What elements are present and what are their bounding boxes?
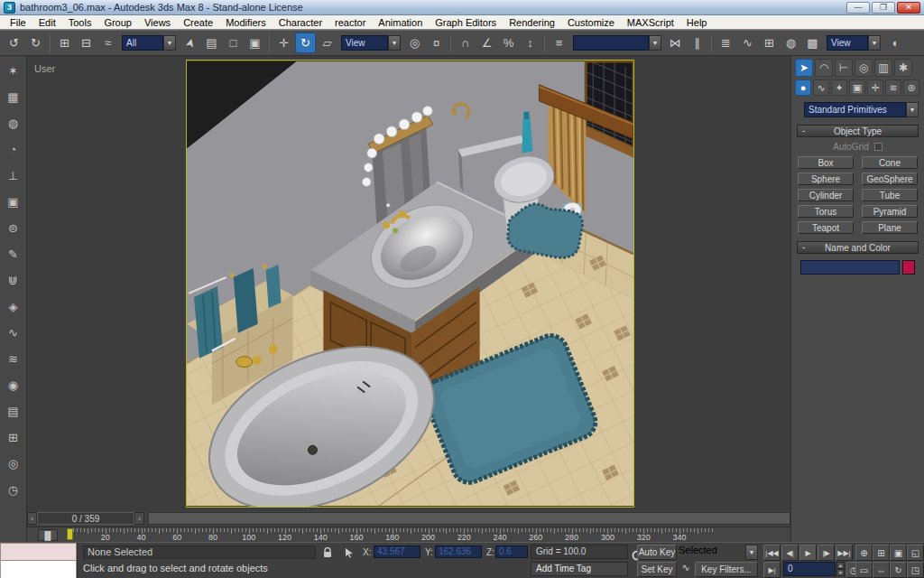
reactor-spring-icon[interactable]: ⊜ [4,219,23,238]
reactor-soft-body-collection-icon[interactable]: ◍ [4,114,23,133]
reactor-linear-dashpot-icon[interactable]: ✎ [4,245,23,264]
track-bar[interactable] [148,512,790,525]
min-max-toggle-button[interactable]: ◳ [907,562,924,578]
frame-forward-arrow[interactable]: › [134,512,144,525]
tab-create[interactable]: ➤ [795,59,813,77]
macro-recorder-pane[interactable] [0,543,77,561]
menu-modifiers[interactable]: Modifiers [219,17,273,28]
menu-customize[interactable]: Customize [561,17,621,28]
schematic-view-button[interactable]: ⊞ [759,33,780,53]
select-and-move-button[interactable]: ✛ [273,33,294,53]
subtab-helpers[interactable]: ✛ [867,79,883,96]
curve-editor-button[interactable]: ∿ [737,33,758,53]
chevron-down-icon[interactable]: ▼ [388,35,401,51]
render-type-dropdown[interactable]: View▼ [827,35,881,51]
key-filters-button[interactable]: Key Filters... [695,562,758,577]
chevron-down-icon[interactable]: ▼ [745,545,758,560]
create-geosphere-button[interactable]: GeoSphere [862,172,918,185]
set-key-curve-icon[interactable]: ∿ [679,562,693,576]
quick-render-button[interactable]: ◖ [884,33,905,53]
chevron-down-icon[interactable]: ▼ [163,35,176,51]
minimize-button[interactable]: — [846,2,870,14]
frame-spinner[interactable]: ▲▼ [836,562,845,576]
reactor-toy-car-icon[interactable]: ◉ [4,376,23,395]
play-animation-button[interactable]: ▶ [799,545,817,561]
object-color-swatch[interactable] [902,260,915,275]
name-and-color-rollout[interactable]: - Name and Color [797,241,919,254]
redo-button[interactable]: ↻ [25,33,46,53]
set-key-button[interactable]: Set Key [637,562,677,577]
zoom-extents-button[interactable]: ▣ [890,545,907,561]
chevron-down-icon[interactable]: ▼ [868,35,881,51]
use-pivot-point-center-button[interactable]: ◎ [404,33,425,53]
menu-tools[interactable]: Tools [62,17,98,28]
viewport-user[interactable]: User [27,56,790,510]
chevron-down-icon[interactable]: ▼ [906,102,919,117]
reactor-plane-icon[interactable]: ▣ [4,192,23,211]
absolute-offset-mode-icon[interactable] [341,545,357,559]
menu-rendering[interactable]: Rendering [503,17,561,28]
reactor-rope-collection-icon[interactable]: ◔ [4,140,23,159]
region-zoom-button[interactable]: ▭ [855,562,873,578]
tab-utilities[interactable]: ✱ [894,59,912,77]
previous-frame-button[interactable]: ◀| [781,545,799,561]
create-box-button[interactable]: Box [798,156,854,169]
menu-edit[interactable]: Edit [32,17,62,28]
reactor-angular-dashpot-icon[interactable]: ⋓ [4,271,23,290]
create-sphere-button[interactable]: Sphere [798,172,854,185]
reactor-fracture-icon[interactable]: ▤ [4,402,23,421]
tab-display[interactable]: ▥ [874,59,892,77]
menu-reactor[interactable]: reactor [328,17,372,28]
tab-motion[interactable]: ◎ [855,59,873,77]
create-cylinder-button[interactable]: Cylinder [798,189,854,201]
snaps-toggle-button[interactable]: ∩ [455,33,476,53]
render-scene-dialog-button[interactable]: ▩ [802,33,823,53]
restore-button[interactable]: ❐ [872,2,895,14]
create-plane-button[interactable]: Plane [862,221,918,234]
time-slider[interactable] [67,528,73,540]
reactor-wind-icon[interactable]: ∿ [4,323,23,342]
listener-pane[interactable] [0,561,77,578]
material-editor-button[interactable]: ◍ [781,33,801,53]
close-button[interactable]: ✕ [897,2,920,14]
menu-maxscript[interactable]: MAXScript [621,17,680,28]
select-and-rotate-button[interactable]: ↻ [295,33,316,53]
menu-views[interactable]: Views [138,17,177,28]
spinner-snap-toggle-button[interactable]: ↕ [520,33,541,53]
select-by-name-button[interactable]: ▤ [201,33,222,53]
chevron-down-icon[interactable]: ▼ [649,35,661,51]
x-coordinate-field[interactable]: 43.567 [374,545,420,558]
toilet-rug[interactable] [508,204,583,258]
menu-animation[interactable]: Animation [372,17,429,28]
select-object-button[interactable]: ➤ [180,33,200,53]
create-torus-button[interactable]: Torus [798,205,854,218]
arc-rotate-button[interactable]: ↻ [890,562,907,578]
subtab-shapes[interactable]: ∿ [813,79,829,96]
named-selection-sets-dropdown[interactable]: ▼ [573,35,661,51]
reactor-deforming-mesh-icon[interactable]: ⊥ [4,166,23,185]
create-teapot-button[interactable]: Teapot [798,221,854,234]
layer-manager-button[interactable]: ≣ [716,33,736,53]
z-coordinate-field[interactable]: 0.6 [495,545,528,558]
category-dropdown[interactable]: Standard Primitives ▼ [804,102,919,117]
subtab-cameras[interactable]: ▣ [849,79,865,96]
maxscript-mini-listener[interactable] [0,543,78,578]
rectangular-selection-region-button[interactable]: □ [223,33,244,53]
tab-modify[interactable]: ◠ [815,59,833,77]
subtab-space-warps[interactable]: ≋ [885,79,901,96]
reactor-rigid-body-collection-icon[interactable]: ✶ [4,61,23,80]
select-and-link-button[interactable]: ⊞ [54,33,75,53]
edit-named-selection-sets-button[interactable]: ≡ [549,33,569,53]
viewport-label[interactable]: User [34,63,55,74]
reactor-create-animation-icon[interactable]: ◷ [4,480,23,499]
object-type-rollout[interactable]: - Object Type [797,125,919,137]
menu-character[interactable]: Character [273,17,328,28]
selection-lock-icon[interactable] [319,545,336,559]
pan-view-button[interactable]: ⇔ [873,562,890,578]
unlink-selection-button[interactable]: ⊟ [76,33,97,53]
subtab-systems[interactable]: ⊛ [903,79,919,96]
reactor-motor-icon[interactable]: ◈ [4,297,23,316]
create-tube-button[interactable]: Tube [862,189,918,201]
selection-filter-dropdown[interactable]: All▼ [122,35,176,51]
zoom-all-button[interactable]: ⊞ [873,545,890,561]
